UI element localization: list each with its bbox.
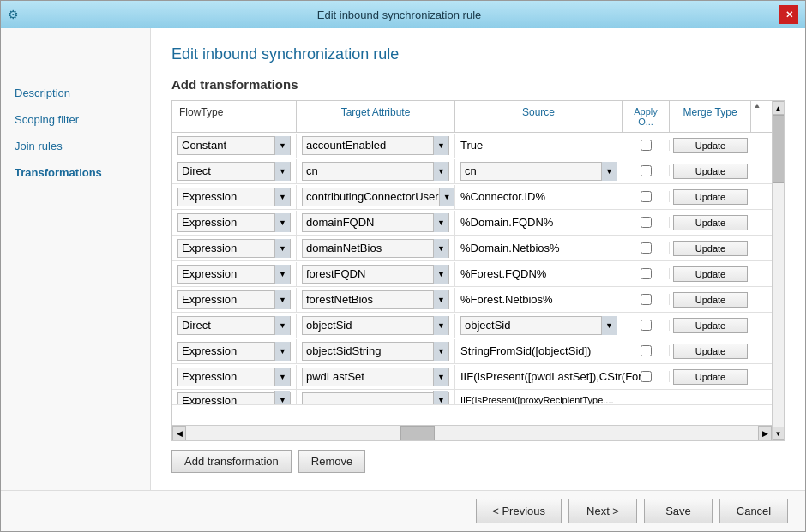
v-scroll-down-btn[interactable]: ▼ <box>773 427 785 440</box>
merge-btn-1[interactable]: Update <box>673 164 748 179</box>
merge-btn-8[interactable]: Update <box>673 344 748 359</box>
flowtype-dropdown-2[interactable]: Expression ▼ <box>177 188 291 206</box>
sidebar-item-scoping-filter[interactable]: Scoping filter <box>1 106 150 133</box>
merge-btn-9[interactable]: Update <box>673 369 748 385</box>
section-title: Add transformations <box>171 77 785 92</box>
col-flowtype: FlowType <box>172 101 297 132</box>
v-scroll-up-btn[interactable]: ▲ <box>773 101 785 115</box>
target-dropdown-8[interactable]: objectSidString ▼ <box>302 342 449 361</box>
source-dropdown-1[interactable]: cn ▼ <box>460 162 617 181</box>
sidebar-item-transformations[interactable]: Transformations <box>1 159 150 186</box>
page-title: Edit inbound synchronization rule <box>171 45 785 63</box>
source-cell-2: %Connector.ID% <box>455 188 623 206</box>
sidebar-item-join-rules[interactable]: Join rules <box>1 133 150 159</box>
merge-btn-2[interactable]: Update <box>673 189 748 205</box>
flowtype-dropdown-6[interactable]: Expression ▼ <box>177 290 291 309</box>
flowtype-dropdown-3[interactable]: Expression ▼ <box>177 213 291 232</box>
apply-checkbox-1[interactable] <box>641 165 652 176</box>
apply-checkbox-0[interactable] <box>641 140 652 151</box>
merge-cell-9: Update <box>670 367 751 387</box>
dropdown-arrow: ▼ <box>274 368 290 386</box>
merge-btn-3[interactable]: Update <box>673 215 748 230</box>
merge-cell-3: Update <box>670 212 751 233</box>
merge-cell-5: Update <box>670 264 751 284</box>
target-dropdown-6[interactable]: forestNetBios ▼ <box>302 290 449 309</box>
merge-btn-0[interactable]: Update <box>673 138 748 153</box>
merge-btn-4[interactable]: Update <box>673 241 748 256</box>
apply-checkbox-9[interactable] <box>641 371 652 382</box>
flowtype-dropdown-4[interactable]: Expression ▼ <box>177 239 291 258</box>
apply-cell-7 <box>623 320 670 331</box>
dropdown-arrow: ▼ <box>433 265 448 284</box>
apply-checkbox-3[interactable] <box>641 217 652 228</box>
apply-checkbox-5[interactable] <box>641 268 652 279</box>
dropdown-arrow: ▼ <box>274 316 290 335</box>
table-header: FlowType Target Attribute Source Apply O… <box>172 101 772 133</box>
apply-cell-6 <box>623 294 670 305</box>
target-cell-8: objectSidString ▼ <box>297 339 455 363</box>
flowtype-cell-1: Direct ▼ <box>172 159 297 183</box>
apply-cell-9 <box>623 371 670 382</box>
sidebar-item-description[interactable]: Description <box>1 80 150 106</box>
target-dropdown-5[interactable]: forestFQDN ▼ <box>302 265 449 284</box>
apply-checkbox-7[interactable] <box>641 320 652 331</box>
apply-checkbox-6[interactable] <box>641 294 652 305</box>
content-area: Description Scoping filter Join rules Tr… <box>1 28 805 490</box>
target-cell-7: objectSid ▼ <box>297 314 455 338</box>
target-dropdown-3[interactable]: domainFQDN ▼ <box>302 213 449 232</box>
dropdown-arrow: ▼ <box>433 342 448 361</box>
target-dropdown-4[interactable]: domainNetBios ▼ <box>302 239 449 258</box>
h-scroll-right-btn[interactable]: ▶ <box>758 426 772 441</box>
flowtype-dropdown-5[interactable]: Expression ▼ <box>177 265 291 284</box>
dropdown-arrow: ▼ <box>433 368 448 386</box>
apply-cell-1 <box>623 165 670 176</box>
target-dropdown-10[interactable]: ▼ <box>302 392 449 405</box>
cancel-button[interactable]: Cancel <box>719 499 788 523</box>
dropdown-arrow: ▼ <box>274 391 290 405</box>
merge-btn-5[interactable]: Update <box>673 266 748 282</box>
flowtype-dropdown-8[interactable]: Expression ▼ <box>177 342 291 361</box>
merge-btn-6[interactable]: Update <box>673 292 748 308</box>
dropdown-arrow: ▼ <box>433 316 448 335</box>
target-cell-3: domainFQDN ▼ <box>297 211 455 235</box>
merge-cell-4: Update <box>670 238 751 259</box>
target-cell-1: cn ▼ <box>297 159 455 183</box>
flowtype-dropdown-1[interactable]: Direct ▼ <box>177 162 291 181</box>
button-row: Add transformation Remove <box>171 450 785 473</box>
apply-checkbox-8[interactable] <box>641 345 652 356</box>
source-cell-9: IIF(IsPresent([pwdLastSet]),CStr(For... <box>455 368 623 386</box>
h-scroll-thumb[interactable] <box>400 426 435 441</box>
dropdown-arrow: ▼ <box>433 290 448 309</box>
close-button[interactable]: ✕ <box>779 5 798 24</box>
h-scroll-left-btn[interactable]: ◀ <box>172 426 186 441</box>
dropdown-arrow: ▼ <box>439 188 454 206</box>
col-merge: Merge Type <box>670 101 751 132</box>
target-cell-2: contributingConnectorUser ▼ <box>297 185 455 209</box>
table-row: Expression ▼ domainFQDN ▼ <box>172 210 772 236</box>
flowtype-dropdown-0[interactable]: Constant ▼ <box>177 136 291 155</box>
target-dropdown-0[interactable]: accountEnabled ▼ <box>302 136 449 155</box>
target-dropdown-2[interactable]: contributingConnectorUser ▼ <box>302 188 449 206</box>
target-cell-0: accountEnabled ▼ <box>297 134 455 158</box>
dropdown-arrow: ▼ <box>274 342 290 361</box>
target-cell-5: forestFQDN ▼ <box>297 262 455 286</box>
v-scroll-thumb[interactable] <box>773 115 785 183</box>
target-dropdown-9[interactable]: pwdLastSet ▼ <box>302 368 449 386</box>
target-dropdown-1[interactable]: cn ▼ <box>302 162 449 181</box>
target-dropdown-7[interactable]: objectSid ▼ <box>302 316 449 335</box>
apply-checkbox-4[interactable] <box>641 242 652 254</box>
flowtype-dropdown-9[interactable]: Expression ▼ <box>177 368 291 386</box>
source-dropdown-7[interactable]: objectSid ▼ <box>460 316 617 335</box>
flowtype-dropdown-10[interactable]: Expression ▼ <box>177 392 291 405</box>
next-button[interactable]: Next > <box>568 499 637 523</box>
flowtype-dropdown-7[interactable]: Direct ▼ <box>177 316 291 335</box>
previous-button[interactable]: < Previous <box>476 499 562 523</box>
dropdown-arrow: ▼ <box>274 136 290 155</box>
remove-button[interactable]: Remove <box>298 450 365 473</box>
save-button[interactable]: Save <box>644 499 713 523</box>
merge-btn-7[interactable]: Update <box>673 318 748 333</box>
apply-cell-8 <box>623 345 670 356</box>
source-cell-8: StringFromSid([objectSid]) <box>455 342 623 360</box>
add-transformation-button[interactable]: Add transformation <box>171 450 292 473</box>
apply-checkbox-2[interactable] <box>641 191 652 202</box>
